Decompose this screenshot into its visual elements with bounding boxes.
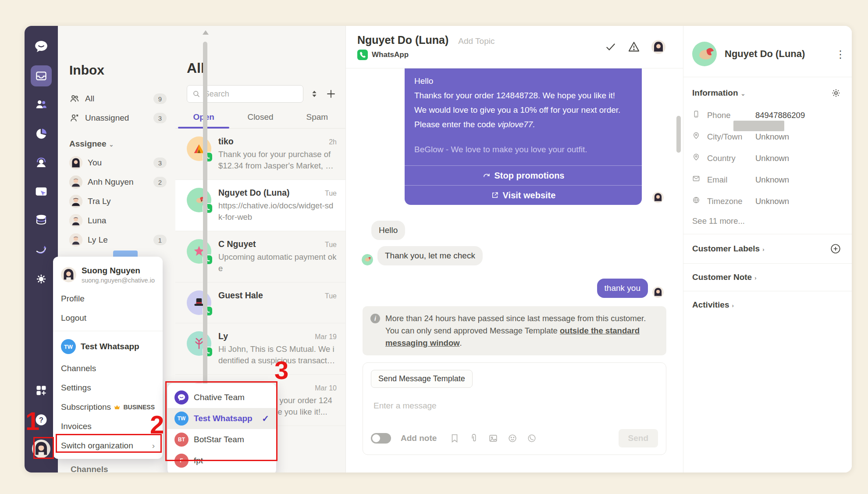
nav-livechat-button[interactable]: [31, 152, 52, 173]
chat-header: Nguyet Do (Luna) Add Topic WhatsApp: [346, 26, 683, 68]
user-name: Suong Nguyen: [82, 266, 155, 276]
send-message-template-button[interactable]: Send Message Template: [371, 370, 473, 388]
count-badge: 1: [153, 235, 167, 245]
menu-item-settings[interactable]: Settings: [53, 378, 163, 397]
sidebar-item-channels[interactable]: Channels: [71, 465, 108, 473]
conversation-row-ly[interactable]: LyMar 19 Hi John, This is CS Mutual. We …: [175, 323, 345, 375]
menu-item-logout[interactable]: Logout: [53, 308, 163, 328]
menu-item-invoices[interactable]: Invoices: [53, 417, 163, 436]
count-badge: 9: [153, 93, 167, 104]
add-label-plus-icon[interactable]: [830, 243, 841, 254]
activities-section[interactable]: Activities›: [692, 300, 841, 310]
contact-name: Nguyet Do (Luna): [725, 48, 827, 60]
conversation-row-nguyet-do[interactable]: Nguyet Do (Luna)Tue https://chative.io/d…: [175, 180, 345, 231]
menu-item-channels[interactable]: Channels: [53, 359, 163, 378]
attachment-icon[interactable]: [469, 433, 479, 443]
image-icon[interactable]: [488, 433, 498, 443]
info-row-timezone: TimezoneUnknown: [683, 190, 852, 212]
chat-scrollbar[interactable]: [676, 114, 681, 300]
account-menu: Suong Nguyen suong.nguyen@chative.io Pro…: [53, 257, 163, 459]
resolve-check-icon[interactable]: [605, 41, 616, 53]
conversation-toolbar: [187, 85, 337, 103]
search-input[interactable]: [204, 89, 298, 99]
assignee-tra-ly[interactable]: Tra Ly: [69, 192, 167, 211]
email-icon: [692, 175, 704, 185]
conversation-name: C Nguyet: [218, 239, 256, 249]
information-header[interactable]: Information⌄: [692, 88, 831, 98]
scroll-up-arrow[interactable]: [203, 30, 209, 35]
template-line: Hello: [414, 74, 632, 88]
tab-spam[interactable]: Spam: [289, 112, 345, 128]
menu-item-profile[interactable]: Profile: [53, 289, 163, 308]
assignee-anh-nguyen[interactable]: Anh Nguyen 2: [69, 172, 167, 192]
location-pin-icon: [692, 153, 704, 163]
whatsapp-icon[interactable]: [527, 433, 537, 443]
sidebar-item-label: All: [85, 94, 153, 104]
agent-avatar: [652, 192, 664, 203]
nav-inbox-button[interactable]: [31, 65, 52, 86]
message-area: Hello Thanks for your order 124848728. W…: [346, 68, 683, 300]
conversation-row-c-nguyet[interactable]: C NguyetTue Upcoming automatic payment o…: [175, 231, 345, 283]
annotation-box-switch-organization: [56, 434, 162, 453]
count-badge: 3: [153, 158, 167, 168]
app-window: ? Inbox All 9 Unassigned 3 Assignee⌄ You…: [25, 26, 852, 473]
channel-label: WhatsApp: [372, 50, 409, 59]
svg-text:?: ?: [39, 416, 43, 424]
nav-campaigns-button[interactable]: [31, 181, 52, 202]
contact-avatar: [692, 42, 717, 66]
agent-message: thank you: [597, 279, 648, 298]
assignee-ly-le[interactable]: Ly Le 1: [69, 230, 167, 250]
conversation-preview: Thank you for your purchase of $12.34 fr…: [218, 149, 337, 172]
conversation-time: Tue: [325, 241, 337, 249]
stop-promotions-button[interactable]: Stop promotions: [405, 165, 642, 185]
sidebar-item-unassigned[interactable]: Unassigned 3: [69, 108, 167, 128]
agent-avatar: [652, 286, 664, 298]
assignee-you[interactable]: You 3: [69, 153, 167, 172]
scrollbar-thumb[interactable]: [676, 116, 681, 153]
message-input[interactable]: Enter a message: [374, 401, 658, 411]
template-message-bubble: Hello Thanks for your order 124848728. W…: [405, 68, 642, 205]
nav-reports-button[interactable]: [31, 123, 52, 144]
kebab-menu-icon[interactable]: ⋮: [835, 52, 841, 56]
add-note-toggle[interactable]: [371, 433, 391, 444]
warning-icon[interactable]: [628, 41, 640, 53]
saved-replies-icon[interactable]: [450, 433, 459, 443]
template-line: We would love to give you a 10% off for …: [414, 103, 632, 132]
gear-icon[interactable]: [831, 88, 841, 98]
tab-closed[interactable]: Closed: [232, 112, 288, 128]
nav-settings-button[interactable]: [31, 268, 52, 290]
add-topic-button[interactable]: Add Topic: [458, 36, 494, 46]
visit-website-button[interactable]: Visit website: [405, 185, 642, 205]
assignee-luna[interactable]: Luna: [69, 211, 167, 230]
send-button[interactable]: Send: [619, 429, 658, 447]
customer-message: Hello: [371, 221, 405, 240]
conversation-tabs: Open Closed Spam: [175, 112, 345, 129]
conversation-row-tiko[interactable]: tiko2h Thank you for your purchase of $1…: [175, 129, 345, 180]
nav-contacts-button[interactable]: [31, 94, 52, 115]
message-composer: Send Message Template Enter a message Ad…: [363, 362, 666, 455]
sort-icon[interactable]: [309, 89, 319, 99]
annotation-box-org-submenu: [165, 381, 277, 461]
sidebar-item-all[interactable]: All 9: [69, 89, 167, 108]
assignee-name: Anh Nguyen: [88, 177, 153, 187]
nav-apps-button[interactable]: [31, 380, 52, 401]
conversation-name: tiko: [218, 136, 234, 147]
menu-item-subscriptions[interactable]: Subscriptions BUSINESS: [53, 397, 163, 417]
info-icon: i: [370, 314, 380, 323]
see-more-fields-link[interactable]: See 11 more...: [683, 212, 852, 226]
new-conversation-plus-icon[interactable]: [325, 88, 337, 100]
search-icon: [192, 89, 200, 98]
assignee-name: Ly Le: [88, 235, 153, 245]
assignee-header[interactable]: Assignee⌄: [69, 139, 175, 149]
nav-data-button[interactable]: [31, 210, 52, 231]
conversation-preview: Upcoming automatic payment oke: [218, 251, 337, 274]
customer-message: Thank you, let me check: [377, 246, 483, 265]
annotation-step-2: 2: [150, 412, 164, 437]
nav-automation-button[interactable]: [31, 239, 52, 260]
assignee-avatar[interactable]: [651, 40, 665, 54]
conversation-row-guest-hale[interactable]: Guest HaleTue: [175, 283, 345, 323]
emoji-icon[interactable]: [508, 433, 517, 443]
external-link-icon: [491, 191, 499, 199]
customer-labels-section[interactable]: Customer Labels›: [692, 244, 830, 254]
customer-note-section[interactable]: Customer Note›: [692, 272, 841, 282]
